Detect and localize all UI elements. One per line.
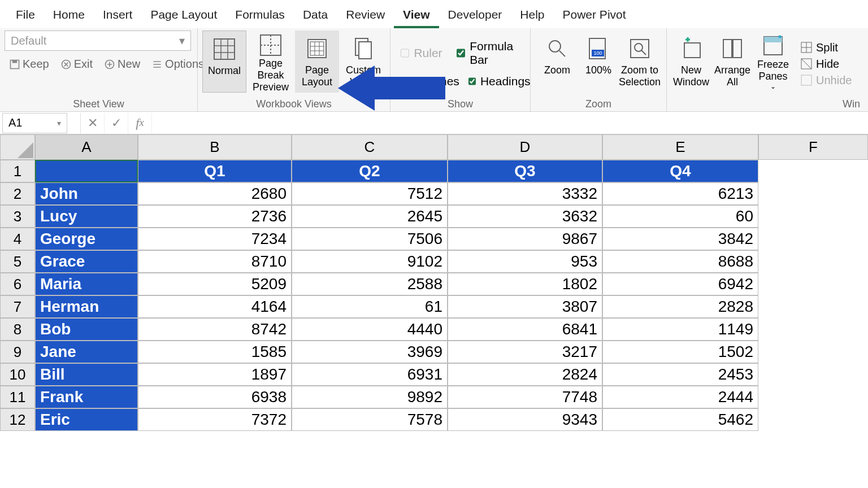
tab-view[interactable]: View — [394, 3, 439, 28]
cell[interactable] — [758, 228, 868, 250]
cell-value[interactable]: 3842 — [602, 228, 758, 250]
cell-value[interactable]: 9102 — [292, 250, 448, 273]
cancel-fx-button[interactable]: ✕ — [81, 113, 105, 133]
row-header-3[interactable]: 3 — [0, 205, 35, 228]
cell-value[interactable]: 61 — [292, 295, 448, 318]
cell-value[interactable]: 2824 — [448, 363, 602, 386]
cell-value[interactable]: 1802 — [448, 273, 602, 295]
column-header-A[interactable]: A — [35, 134, 138, 160]
cell-value[interactable]: 2588 — [292, 273, 448, 295]
cell-value[interactable]: 7578 — [292, 408, 448, 431]
cell-name[interactable]: John — [35, 182, 138, 205]
tab-review[interactable]: Review — [337, 3, 394, 28]
cell-value[interactable]: 7372 — [138, 408, 292, 431]
cell-value[interactable]: 1897 — [138, 363, 292, 386]
cell-value[interactable]: 4164 — [138, 295, 292, 318]
formula-input[interactable] — [152, 113, 868, 133]
column-header-D[interactable]: D — [448, 134, 602, 160]
cell[interactable] — [758, 408, 868, 431]
zoom-100-button[interactable]: 100 100% — [581, 30, 615, 93]
cell[interactable] — [758, 363, 868, 386]
cell-value[interactable]: 2645 — [292, 205, 448, 228]
cell-name[interactable]: Bob — [35, 318, 138, 341]
exit-button[interactable]: Exit — [56, 55, 97, 73]
row-header-12[interactable]: 12 — [0, 408, 35, 431]
row-header-4[interactable]: 4 — [0, 228, 35, 250]
zoom-selection-button[interactable]: Zoom to Selection — [618, 30, 662, 93]
row-header-6[interactable]: 6 — [0, 273, 35, 295]
cell-header[interactable]: Q3 — [448, 160, 602, 182]
tab-formulas[interactable]: Formulas — [226, 3, 294, 28]
cell-name[interactable]: Bill — [35, 363, 138, 386]
select-all-corner[interactable] — [0, 134, 35, 160]
row-header-10[interactable]: 10 — [0, 363, 35, 386]
row-header-7[interactable]: 7 — [0, 295, 35, 318]
cell-value[interactable]: 1585 — [138, 341, 292, 363]
cell-value[interactable]: 5462 — [602, 408, 758, 431]
cell-value[interactable]: 2736 — [138, 205, 292, 228]
cell-value[interactable]: 2453 — [602, 363, 758, 386]
row-header-11[interactable]: 11 — [0, 386, 35, 408]
cell-name[interactable]: George — [35, 228, 138, 250]
zoom-button[interactable]: Zoom — [535, 30, 579, 93]
keep-button[interactable]: Keep — [5, 55, 54, 73]
tab-home[interactable]: Home — [44, 3, 94, 28]
cell-value[interactable]: 3217 — [448, 341, 602, 363]
cell-value[interactable]: 2828 — [602, 295, 758, 318]
cell-name[interactable]: Eric — [35, 408, 138, 431]
cell-header[interactable]: Q4 — [602, 160, 758, 182]
cell-name[interactable]: Herman — [35, 295, 138, 318]
column-header-E[interactable]: E — [602, 134, 758, 160]
cell[interactable] — [758, 160, 868, 182]
tab-power-pivot[interactable]: Power Pivot — [554, 3, 635, 28]
cell-value[interactable]: 7234 — [138, 228, 292, 250]
page-layout-button[interactable]: Page Layout — [295, 30, 339, 93]
row-header-1[interactable]: 1 — [0, 160, 35, 182]
cell-value[interactable]: 2680 — [138, 182, 292, 205]
column-header-F[interactable]: F — [758, 134, 868, 160]
cell[interactable] — [758, 205, 868, 228]
name-box[interactable]: A1 — [2, 113, 67, 133]
cell-value[interactable]: 9867 — [448, 228, 602, 250]
row-header-5[interactable]: 5 — [0, 250, 35, 273]
cell-value[interactable]: 6942 — [602, 273, 758, 295]
cell-value[interactable]: 9892 — [292, 386, 448, 408]
cell-value[interactable]: 1502 — [602, 341, 758, 363]
cell-header[interactable]: Q2 — [292, 160, 448, 182]
row-header-9[interactable]: 9 — [0, 341, 35, 363]
cell-name[interactable]: Grace — [35, 250, 138, 273]
tab-developer[interactable]: Developer — [439, 3, 511, 28]
tab-file[interactable]: File — [7, 3, 44, 28]
tab-insert[interactable]: Insert — [94, 3, 142, 28]
cell-value[interactable]: 6841 — [448, 318, 602, 341]
cell-value[interactable]: 8710 — [138, 250, 292, 273]
cell-value[interactable]: 8742 — [138, 318, 292, 341]
cell-value[interactable]: 3332 — [448, 182, 602, 205]
cell-name[interactable]: Maria — [35, 273, 138, 295]
cell-name[interactable]: Frank — [35, 386, 138, 408]
new-window-button[interactable]: New Window — [671, 30, 711, 93]
row-header-2[interactable]: 2 — [0, 182, 35, 205]
cell-value[interactable]: 7512 — [292, 182, 448, 205]
split-button[interactable]: Split — [800, 40, 852, 55]
cell-value[interactable]: 3969 — [292, 341, 448, 363]
column-header-C[interactable]: C — [292, 134, 448, 160]
cell[interactable] — [758, 182, 868, 205]
cell-name[interactable]: Jane — [35, 341, 138, 363]
new-button[interactable]: New — [99, 55, 145, 73]
tab-page-layout[interactable]: Page Layout — [141, 3, 226, 28]
cell-name[interactable]: Lucy — [35, 205, 138, 228]
page-break-button[interactable]: Page Break Preview — [249, 30, 293, 93]
cell-value[interactable]: 6931 — [292, 363, 448, 386]
cell-header[interactable]: Q1 — [138, 160, 292, 182]
headings-checkbox[interactable] — [468, 76, 476, 87]
arrange-all-button[interactable]: Arrange All — [713, 30, 752, 93]
cell-value[interactable]: 7506 — [292, 228, 448, 250]
freeze-panes-button[interactable]: Freeze Panes⌄ — [754, 30, 792, 93]
cell-value[interactable]: 3632 — [448, 205, 602, 228]
cell-value[interactable]: 953 — [448, 250, 602, 273]
cell-value[interactable]: 8688 — [602, 250, 758, 273]
cell-value[interactable]: 1149 — [602, 318, 758, 341]
unhide-button[interactable]: Unhide — [800, 73, 852, 88]
tab-help[interactable]: Help — [511, 3, 553, 28]
